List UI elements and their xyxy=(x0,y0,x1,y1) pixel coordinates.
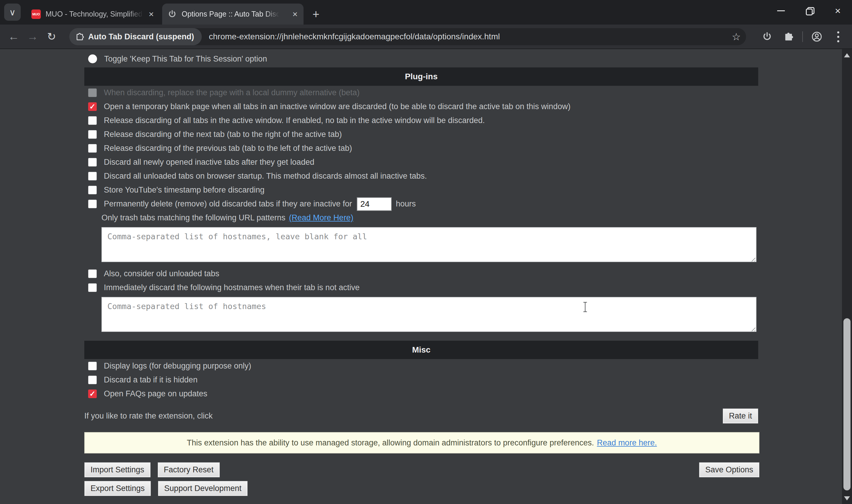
checkbox[interactable]: ✓ xyxy=(88,390,97,398)
option-label: Discard all unloaded tabs on browser sta… xyxy=(104,172,427,181)
profile-avatar-icon[interactable] xyxy=(808,28,826,45)
plugins-section-header: Plug-ins xyxy=(84,68,758,86)
read-more-link[interactable]: (Read More Here) xyxy=(289,213,354,222)
option-row: Release discarding of all tabs in the ac… xyxy=(84,113,758,127)
trash-hostnames-textarea[interactable] xyxy=(102,227,757,262)
option-row: Release discarding of the previous tab (… xyxy=(84,141,758,155)
tab-muo[interactable]: MUO MUO - Technology, Simplified. × xyxy=(26,3,160,24)
option-label: Open a temporary blank page when all tab… xyxy=(104,102,570,111)
option-label: Toggle 'Keep This Tab for This Session' … xyxy=(104,54,267,64)
tab-strip: ∨ MUO MUO - Technology, Simplified. × Op… xyxy=(0,0,852,24)
checkbox[interactable] xyxy=(88,144,97,152)
text-cursor xyxy=(583,302,587,312)
immediate-hostnames-wrap xyxy=(102,297,757,333)
extension-chip-icon xyxy=(75,32,84,41)
rate-it-button[interactable]: Rate it xyxy=(723,409,758,424)
option-label: When discarding, replace the page with a… xyxy=(104,88,359,97)
checkbox[interactable] xyxy=(88,283,97,292)
checkbox[interactable] xyxy=(88,172,97,180)
tab-close-icon[interactable]: × xyxy=(292,9,297,19)
bookmark-star-icon[interactable]: ☆ xyxy=(732,31,741,42)
radio-button[interactable] xyxy=(88,54,97,63)
support-development-button[interactable]: Support Development xyxy=(158,481,248,496)
checkbox[interactable] xyxy=(88,376,97,384)
toolbar-actions xyxy=(758,28,847,45)
option-row: Discard a tab if it is hidden xyxy=(84,373,758,387)
scrollbar-thumb[interactable] xyxy=(844,318,851,490)
option-label: Discard all newly opened inactive tabs a… xyxy=(104,158,314,167)
chevron-down-icon: ∨ xyxy=(9,7,16,17)
close-button[interactable]: × xyxy=(823,0,852,21)
trash-hostnames-wrap xyxy=(102,227,757,263)
option-row: Discard all unloaded tabs on browser sta… xyxy=(84,169,758,183)
option-label: Permanently delete (remove) old discarde… xyxy=(104,199,352,209)
tab-options-page[interactable]: Options Page :: Auto Tab Discar × xyxy=(162,3,304,24)
close-icon: × xyxy=(835,5,841,17)
new-tab-button[interactable]: + xyxy=(308,6,324,22)
restore-button[interactable] xyxy=(795,0,823,21)
option-label: Open FAQs page on updates xyxy=(104,389,207,398)
session-toggle-row: Toggle 'Keep This Tab for This Session' … xyxy=(84,53,758,65)
checkbox[interactable] xyxy=(88,269,97,278)
minimize-button[interactable] xyxy=(767,0,795,21)
url-text[interactable]: chrome-extension://jhnleheckmknfcgijgkad… xyxy=(209,32,500,41)
scroll-up-icon[interactable] xyxy=(844,53,850,57)
notice-text: This extension has the ability to use ma… xyxy=(187,438,594,448)
toolbar-separator xyxy=(802,31,803,42)
immediate-hostnames-textarea[interactable] xyxy=(102,297,757,332)
managed-storage-notice: This extension has the ability to use ma… xyxy=(84,432,759,453)
option-row: Discard all newly opened inactive tabs a… xyxy=(84,155,758,169)
hours-input[interactable] xyxy=(357,197,392,211)
option-label: Also, consider old unloaded tabs xyxy=(104,269,219,278)
checkbox[interactable] xyxy=(88,88,97,97)
option-label: Store YouTube's timestamp before discard… xyxy=(104,185,265,195)
checkbox[interactable] xyxy=(88,158,97,166)
section-title: Misc xyxy=(412,345,431,355)
option-row: When discarding, replace the page with a… xyxy=(84,86,758,100)
extensions-puzzle-icon[interactable] xyxy=(779,28,798,45)
check-icon: ✓ xyxy=(89,102,95,111)
notice-read-more-link[interactable]: Read more here. xyxy=(597,438,657,448)
option-row: Display logs (for debugging purpose only… xyxy=(84,359,758,373)
option-label-suffix: hours xyxy=(396,199,416,209)
omnibox[interactable]: Auto Tab Discard (suspend) chrome-extens… xyxy=(69,28,746,45)
extension-power-icon[interactable] xyxy=(758,28,776,45)
option-label: Display logs (for debugging purpose only… xyxy=(104,361,251,371)
checkbox[interactable]: ✓ xyxy=(88,102,97,111)
tab-close-icon[interactable]: × xyxy=(148,9,154,19)
tab-title: Options Page :: Auto Tab Discar xyxy=(182,10,279,18)
checkbox[interactable] xyxy=(88,200,97,208)
check-icon: ✓ xyxy=(89,390,95,398)
extension-permission-chip[interactable]: Auto Tab Discard (suspend) xyxy=(69,28,202,45)
factory-reset-button[interactable]: Factory Reset xyxy=(158,462,220,478)
scroll-down-icon[interactable] xyxy=(844,496,850,501)
section-title: Plug-ins xyxy=(405,72,437,81)
back-button[interactable]: ← xyxy=(4,30,23,43)
tab-search-button[interactable]: ∨ xyxy=(4,3,21,21)
restore-icon xyxy=(806,7,813,14)
rate-row: If you like to rate the extension, click… xyxy=(84,409,758,423)
chip-label: Auto Tab Discard (suspend) xyxy=(88,32,194,41)
reload-button[interactable]: ↻ xyxy=(42,31,61,43)
page-scrollbar[interactable] xyxy=(842,49,852,504)
option-label: Discard a tab if it is hidden xyxy=(104,375,198,384)
export-settings-button[interactable]: Export Settings xyxy=(84,481,151,496)
import-settings-button[interactable]: Import Settings xyxy=(84,462,150,478)
menu-kebab-icon[interactable] xyxy=(829,28,847,45)
power-favicon-icon xyxy=(167,10,177,19)
misc-section-header: Misc xyxy=(84,341,758,359)
checkbox[interactable] xyxy=(88,362,97,370)
option-label: Release discarding of the previous tab (… xyxy=(104,144,352,153)
save-options-button[interactable]: Save Options xyxy=(699,462,759,478)
trash-patterns-line: Only trash tabs matching the following U… xyxy=(84,211,758,225)
checkbox[interactable] xyxy=(88,186,97,194)
browser-toolbar: ← → ↻ Auto Tab Discard (suspend) chrome-… xyxy=(0,24,852,49)
option-row: Release discarding of the next tab (tab … xyxy=(84,127,758,141)
option-label: Release discarding of all tabs in the ac… xyxy=(104,116,485,125)
checkbox[interactable] xyxy=(88,130,97,139)
forward-button[interactable]: → xyxy=(23,30,42,43)
option-row: ✓ Open a temporary blank page when all t… xyxy=(84,100,758,113)
option-row: Immediately discard the following hostna… xyxy=(84,281,758,294)
muo-favicon-icon: MUO xyxy=(31,10,41,19)
checkbox[interactable] xyxy=(88,116,97,125)
